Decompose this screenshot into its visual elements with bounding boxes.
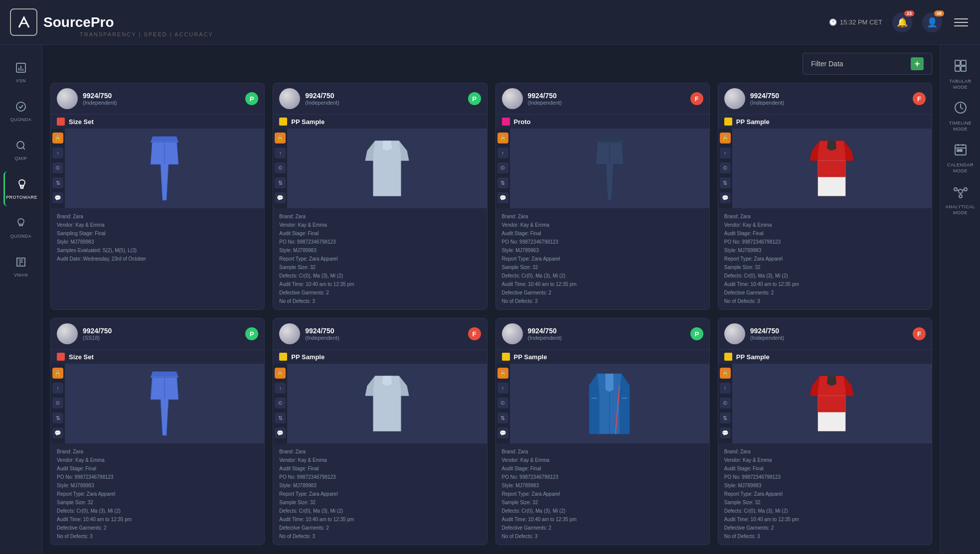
sort-icon-btn-card1[interactable]: ⇅ [52,177,63,188]
svg-point-2 [17,141,24,148]
card-header-card5: 9924/750 (SS18) P [51,318,264,350]
user-notification-button[interactable]: 👤 08 [922,12,942,32]
card-image-card7 [510,364,709,443]
card-body-card5: 🔒 ↑ © ⇅ 💬 [51,364,264,443]
card-title-area-card3: 9924/750 (Independent) [528,92,685,106]
lock-icon-btn-card8[interactable]: 🔒 [720,368,731,379]
upload-icon-btn-card4[interactable]: ↑ [720,147,731,158]
card-icons-col-card5: 🔒 ↑ © ⇅ 💬 [51,364,65,443]
analytical-icon [954,184,968,201]
card-type-card5: (SS18) [83,335,240,341]
copy-icon-btn-card3[interactable]: © [497,162,508,173]
analytical-mode-button[interactable]: ANALYTICAL MODE [944,180,978,220]
vsn-icon [15,62,27,76]
sort-icon-btn-card4[interactable]: ⇅ [720,177,731,188]
card-title-area-card8: 9924/750 (Independent) [750,327,908,341]
comment-icon-btn-card7[interactable]: 💬 [497,427,508,438]
card-number-card2: 9924/750 [305,92,463,100]
upload-icon-btn-card6[interactable]: ↑ [275,383,286,394]
upload-icon-btn-card1[interactable]: ↑ [52,147,63,158]
upload-icon-btn-card3[interactable]: ↑ [497,147,508,158]
lock-icon-btn-card4[interactable]: 🔒 [720,133,731,143]
sidebar-item-qmip[interactable]: QMIP [3,133,38,167]
upload-icon-btn-card2[interactable]: ↑ [275,147,286,158]
card-type-card3: (Independent) [528,100,685,106]
sort-icon-btn-card5[interactable]: ⇅ [52,413,63,423]
sidebar-item-quonda2[interactable]: QUONDA [3,210,38,245]
comment-icon-btn-card1[interactable]: 💬 [52,192,63,203]
quonda-label: QUONDA [10,117,32,122]
lock-icon-btn-card3[interactable]: 🔒 [497,133,508,143]
lock-icon-btn-card7[interactable]: 🔒 [497,368,508,379]
copy-icon-btn-card8[interactable]: © [720,398,731,409]
sidebar-item-quonda[interactable]: QUONDA [3,94,38,129]
upload-icon-btn-card8[interactable]: ↑ [720,383,731,394]
sample-label-card3: Proto [496,115,709,129]
copy-icon-btn-card2[interactable]: © [275,162,286,173]
calendar-icon [954,142,968,159]
filter-data-button[interactable]: Filter Data + [803,53,932,75]
card-image-card4 [732,129,932,208]
comment-icon-btn-card3[interactable]: 💬 [497,192,508,203]
left-sidebar: VSN QUONDA QMIP PROTOWARE [0,45,42,554]
card-image-card3 [510,129,709,208]
app-name: SourcePro [43,14,114,30]
card-number-card4: 9924/750 [750,92,908,100]
card-info-card1: Brand: ZaraVendor: Kay & EmmaSampling St… [51,208,264,267]
card-icons-col-card2: 🔒 ↑ © ⇅ 💬 [273,129,287,208]
filter-data-label: Filter Data [811,60,843,68]
card-header-card8: 9924/750 (Independent) F [718,318,932,350]
sort-icon-btn-card3[interactable]: ⇅ [497,177,508,188]
notification-bell-button[interactable]: 🔔 23 [892,12,912,32]
lock-icon-btn-card5[interactable]: 🔒 [52,368,63,379]
sort-icon-btn-card7[interactable]: ⇅ [497,413,508,423]
card-title-area-card5: 9924/750 (SS18) [83,327,240,341]
upload-icon-btn-card7[interactable]: ↑ [497,383,508,394]
copy-icon-btn-card5[interactable]: © [52,398,63,409]
card-info-card2: Brand: ZaraVendor: Kay & EmmaAudit Stage… [273,208,487,309]
card-body-card7: 🔒 ↑ © ⇅ 💬 [496,364,709,443]
vman-label: VMAN [14,273,28,277]
card-title-area-card7: 9924/750 (Independent) [528,327,685,341]
header-right: 🕐 15:32 PM CET 🔔 23 👤 08 [829,12,970,32]
copy-icon-btn-card7[interactable]: © [497,398,508,409]
comment-icon-btn-card5[interactable]: 💬 [52,427,63,438]
copy-icon-btn-card4[interactable]: © [720,162,731,173]
tabular-icon [954,59,968,76]
card-card6: 9924/750 (Independent) F PP Sample 🔒 ↑ ©… [273,318,487,545]
timeline-icon [954,101,968,118]
calendar-mode-button[interactable]: CALENDAR MODE [944,138,978,178]
tabular-mode-button[interactable]: TABULAR MODE [944,55,978,95]
card-avatar-card2 [279,88,300,109]
comment-icon-btn-card4[interactable]: 💬 [720,192,731,203]
sidebar-item-vsn[interactable]: VSN [3,55,38,90]
sort-icon-btn-card6[interactable]: ⇅ [275,413,286,423]
copy-icon-btn-card6[interactable]: © [275,398,286,409]
lock-icon-btn-card6[interactable]: 🔒 [275,368,286,379]
copy-icon-btn-card1[interactable]: © [52,162,63,173]
card-avatar-card1 [57,88,78,109]
hamburger-menu-button[interactable] [952,13,970,31]
card-header-card6: 9924/750 (Independent) F [273,318,487,350]
card-badge-card7: P [690,327,703,340]
sample-type-card1: Size Set [69,118,94,126]
card-image-card6 [287,364,487,443]
upload-icon-btn-card5[interactable]: ↑ [52,383,63,394]
timeline-mode-button[interactable]: TIMELINE MODE [944,97,978,137]
sort-icon-btn-card2[interactable]: ⇅ [275,177,286,188]
lock-icon-btn-card2[interactable]: 🔒 [275,133,286,143]
svg-point-12 [954,188,957,191]
comment-icon-btn-card2[interactable]: 💬 [275,192,286,203]
sidebar-item-vman[interactable]: VMAN [3,249,38,284]
comment-icon-btn-card6[interactable]: 💬 [275,427,286,438]
lock-icon-btn-card1[interactable]: 🔒 [52,133,63,143]
card-body-card8: 🔒 ↑ © ⇅ 💬 [718,364,932,443]
sample-type-card7: PP Sample [514,353,547,361]
right-sidebar: TABULAR MODE TIMELINE MODE CALENDAR MODE [940,45,980,554]
quonda-icon [15,101,27,115]
comment-icon-btn-card8[interactable]: 💬 [720,427,731,438]
vman-icon [15,256,27,271]
sidebar-item-protoware[interactable]: PROTOWARE [3,171,38,206]
sort-icon-btn-card8[interactable]: ⇅ [720,413,731,423]
sample-color-card8 [724,353,732,361]
